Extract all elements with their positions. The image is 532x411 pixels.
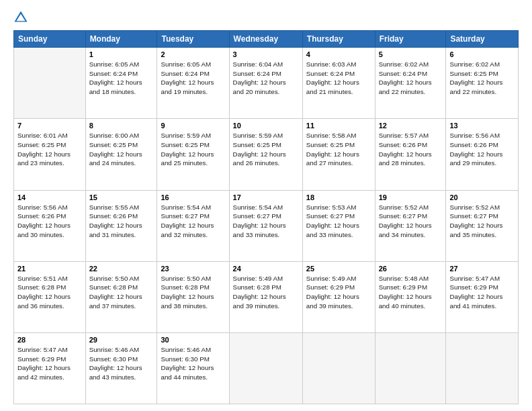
day-info: Sunrise: 5:49 AM Sunset: 6:28 PM Dayligh… bbox=[233, 274, 299, 311]
day-cell: 8Sunrise: 6:00 AM Sunset: 6:25 PM Daylig… bbox=[85, 119, 157, 190]
day-number: 6 bbox=[449, 50, 515, 58]
day-number: 30 bbox=[161, 336, 225, 344]
day-number: 12 bbox=[379, 122, 443, 130]
col-header-thursday: Thursday bbox=[302, 31, 375, 48]
day-cell: 28Sunrise: 5:47 AM Sunset: 6:29 PM Dayli… bbox=[14, 333, 86, 404]
day-number: 27 bbox=[449, 265, 515, 273]
day-cell: 27Sunrise: 5:47 AM Sunset: 6:29 PM Dayli… bbox=[446, 261, 519, 332]
day-cell: 10Sunrise: 5:59 AM Sunset: 6:25 PM Dayli… bbox=[229, 119, 302, 190]
day-cell: 23Sunrise: 5:50 AM Sunset: 6:28 PM Dayli… bbox=[157, 261, 229, 332]
day-cell bbox=[375, 333, 446, 404]
page: SundayMondayTuesdayWednesdayThursdayFrid… bbox=[0, 0, 532, 411]
day-cell: 20Sunrise: 5:52 AM Sunset: 6:27 PM Dayli… bbox=[446, 190, 519, 261]
day-number: 25 bbox=[306, 265, 371, 273]
day-cell bbox=[14, 48, 86, 119]
week-row-3: 14Sunrise: 5:56 AM Sunset: 6:26 PM Dayli… bbox=[14, 190, 519, 261]
day-cell: 4Sunrise: 6:03 AM Sunset: 6:24 PM Daylig… bbox=[302, 48, 375, 119]
day-info: Sunrise: 6:01 AM Sunset: 6:25 PM Dayligh… bbox=[17, 131, 82, 168]
day-info: Sunrise: 5:51 AM Sunset: 6:28 PM Dayligh… bbox=[17, 274, 82, 311]
day-cell: 17Sunrise: 5:54 AM Sunset: 6:27 PM Dayli… bbox=[229, 190, 302, 261]
logo bbox=[13, 10, 31, 25]
day-info: Sunrise: 6:03 AM Sunset: 6:24 PM Dayligh… bbox=[306, 60, 371, 97]
day-number: 1 bbox=[89, 50, 154, 58]
day-number: 15 bbox=[89, 193, 154, 201]
day-info: Sunrise: 6:02 AM Sunset: 6:24 PM Dayligh… bbox=[379, 60, 443, 97]
day-number: 13 bbox=[449, 122, 515, 130]
logo-icon bbox=[13, 10, 28, 25]
day-cell: 14Sunrise: 5:56 AM Sunset: 6:26 PM Dayli… bbox=[14, 190, 86, 261]
day-info: Sunrise: 6:02 AM Sunset: 6:25 PM Dayligh… bbox=[449, 60, 515, 97]
day-cell: 19Sunrise: 5:52 AM Sunset: 6:27 PM Dayli… bbox=[375, 190, 446, 261]
day-cell: 29Sunrise: 5:46 AM Sunset: 6:30 PM Dayli… bbox=[85, 333, 157, 404]
day-number: 26 bbox=[379, 265, 443, 273]
week-row-5: 28Sunrise: 5:47 AM Sunset: 6:29 PM Dayli… bbox=[14, 333, 519, 404]
day-number: 4 bbox=[306, 50, 371, 58]
day-cell: 16Sunrise: 5:54 AM Sunset: 6:27 PM Dayli… bbox=[157, 190, 229, 261]
day-number: 17 bbox=[233, 193, 299, 201]
day-number: 28 bbox=[17, 336, 82, 344]
day-cell: 24Sunrise: 5:49 AM Sunset: 6:28 PM Dayli… bbox=[229, 261, 302, 332]
day-number: 21 bbox=[17, 265, 82, 273]
day-number: 22 bbox=[89, 265, 154, 273]
day-info: Sunrise: 6:04 AM Sunset: 6:24 PM Dayligh… bbox=[233, 60, 299, 97]
day-number: 29 bbox=[89, 336, 154, 344]
day-info: Sunrise: 5:49 AM Sunset: 6:29 PM Dayligh… bbox=[306, 274, 371, 311]
day-number: 7 bbox=[17, 122, 82, 130]
day-info: Sunrise: 5:55 AM Sunset: 6:26 PM Dayligh… bbox=[89, 203, 154, 240]
day-number: 18 bbox=[306, 193, 371, 201]
week-row-1: 1Sunrise: 6:05 AM Sunset: 6:24 PM Daylig… bbox=[14, 48, 519, 119]
col-header-saturday: Saturday bbox=[446, 31, 519, 48]
day-info: Sunrise: 5:58 AM Sunset: 6:25 PM Dayligh… bbox=[306, 131, 371, 168]
day-cell: 22Sunrise: 5:50 AM Sunset: 6:28 PM Dayli… bbox=[85, 261, 157, 332]
day-info: Sunrise: 5:48 AM Sunset: 6:29 PM Dayligh… bbox=[379, 274, 443, 311]
day-info: Sunrise: 5:46 AM Sunset: 6:30 PM Dayligh… bbox=[89, 345, 154, 382]
col-header-tuesday: Tuesday bbox=[157, 31, 229, 48]
col-header-sunday: Sunday bbox=[14, 31, 86, 48]
day-info: Sunrise: 5:53 AM Sunset: 6:27 PM Dayligh… bbox=[306, 203, 371, 240]
week-row-4: 21Sunrise: 5:51 AM Sunset: 6:28 PM Dayli… bbox=[14, 261, 519, 332]
day-cell: 2Sunrise: 6:05 AM Sunset: 6:24 PM Daylig… bbox=[157, 48, 229, 119]
day-cell bbox=[302, 333, 375, 404]
day-number: 2 bbox=[161, 50, 225, 58]
day-cell: 13Sunrise: 5:56 AM Sunset: 6:26 PM Dayli… bbox=[446, 119, 519, 190]
day-info: Sunrise: 5:57 AM Sunset: 6:26 PM Dayligh… bbox=[379, 131, 443, 168]
day-info: Sunrise: 5:47 AM Sunset: 6:29 PM Dayligh… bbox=[449, 274, 515, 311]
day-number: 5 bbox=[379, 50, 443, 58]
day-number: 20 bbox=[449, 193, 515, 201]
day-info: Sunrise: 5:56 AM Sunset: 6:26 PM Dayligh… bbox=[449, 131, 515, 168]
day-info: Sunrise: 5:56 AM Sunset: 6:26 PM Dayligh… bbox=[17, 203, 82, 240]
day-info: Sunrise: 5:52 AM Sunset: 6:27 PM Dayligh… bbox=[379, 203, 443, 240]
header bbox=[13, 10, 519, 25]
day-number: 11 bbox=[306, 122, 371, 130]
day-number: 3 bbox=[233, 50, 299, 58]
day-cell: 7Sunrise: 6:01 AM Sunset: 6:25 PM Daylig… bbox=[14, 119, 86, 190]
day-info: Sunrise: 6:00 AM Sunset: 6:25 PM Dayligh… bbox=[89, 131, 154, 168]
day-cell: 12Sunrise: 5:57 AM Sunset: 6:26 PM Dayli… bbox=[375, 119, 446, 190]
day-info: Sunrise: 5:54 AM Sunset: 6:27 PM Dayligh… bbox=[233, 203, 299, 240]
calendar-table: SundayMondayTuesdayWednesdayThursdayFrid… bbox=[13, 30, 519, 404]
day-info: Sunrise: 5:50 AM Sunset: 6:28 PM Dayligh… bbox=[161, 274, 225, 311]
day-info: Sunrise: 5:46 AM Sunset: 6:30 PM Dayligh… bbox=[161, 345, 225, 382]
day-cell: 18Sunrise: 5:53 AM Sunset: 6:27 PM Dayli… bbox=[302, 190, 375, 261]
day-cell: 1Sunrise: 6:05 AM Sunset: 6:24 PM Daylig… bbox=[85, 48, 157, 119]
day-cell: 6Sunrise: 6:02 AM Sunset: 6:25 PM Daylig… bbox=[446, 48, 519, 119]
day-info: Sunrise: 6:05 AM Sunset: 6:24 PM Dayligh… bbox=[161, 60, 225, 97]
day-number: 14 bbox=[17, 193, 82, 201]
day-cell: 30Sunrise: 5:46 AM Sunset: 6:30 PM Dayli… bbox=[157, 333, 229, 404]
day-cell: 15Sunrise: 5:55 AM Sunset: 6:26 PM Dayli… bbox=[85, 190, 157, 261]
day-cell bbox=[446, 333, 519, 404]
day-number: 24 bbox=[233, 265, 299, 273]
day-info: Sunrise: 5:52 AM Sunset: 6:27 PM Dayligh… bbox=[449, 203, 515, 240]
day-info: Sunrise: 5:47 AM Sunset: 6:29 PM Dayligh… bbox=[17, 345, 82, 382]
day-cell: 5Sunrise: 6:02 AM Sunset: 6:24 PM Daylig… bbox=[375, 48, 446, 119]
col-header-friday: Friday bbox=[375, 31, 446, 48]
day-cell: 11Sunrise: 5:58 AM Sunset: 6:25 PM Dayli… bbox=[302, 119, 375, 190]
col-header-monday: Monday bbox=[85, 31, 157, 48]
day-info: Sunrise: 5:59 AM Sunset: 6:25 PM Dayligh… bbox=[161, 131, 225, 168]
day-cell: 26Sunrise: 5:48 AM Sunset: 6:29 PM Dayli… bbox=[375, 261, 446, 332]
day-number: 10 bbox=[233, 122, 299, 130]
day-number: 23 bbox=[161, 265, 225, 273]
day-number: 19 bbox=[379, 193, 443, 201]
day-cell bbox=[229, 333, 302, 404]
week-row-2: 7Sunrise: 6:01 AM Sunset: 6:25 PM Daylig… bbox=[14, 119, 519, 190]
